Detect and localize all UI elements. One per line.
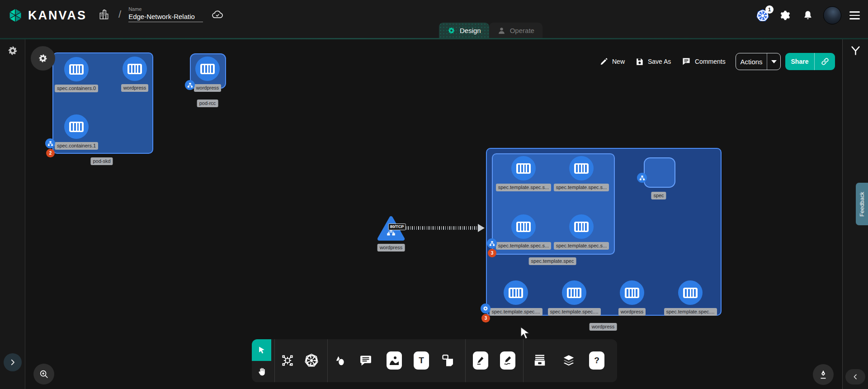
new-button[interactable]: New [599, 53, 625, 70]
layers-tool[interactable] [562, 354, 576, 367]
text-tool[interactable]: T [414, 351, 429, 370]
hierarchy-y-icon[interactable] [849, 44, 862, 57]
settings-gear-icon[interactable] [778, 8, 793, 23]
brand[interactable]: KANVAS [7, 7, 87, 24]
kubernetes-context-icon[interactable]: 1 [755, 8, 770, 23]
container-icon [195, 57, 220, 81]
image-tool[interactable] [387, 351, 402, 370]
organization-icon[interactable] [97, 7, 111, 22]
design-spiral-icon [447, 26, 456, 35]
shapes-tool[interactable] [334, 354, 346, 367]
comment-bubble-icon [359, 354, 373, 367]
group-label-deployment: wordpress [590, 323, 617, 331]
tab-operate[interactable]: Operate [489, 23, 542, 38]
hand-icon [257, 367, 267, 377]
brand-name: KANVAS [28, 9, 87, 23]
relationship-badge[interactable] [45, 138, 55, 148]
kanvas-app: KANVAS / Name [0, 0, 868, 389]
container-node[interactable]: wordpress [598, 280, 666, 316]
container-node[interactable]: wordpress [101, 57, 169, 92]
meshery-badge[interactable] [481, 304, 491, 313]
menu-hamburger-icon[interactable] [849, 11, 860, 19]
actions-dropdown-toggle[interactable] [767, 60, 780, 63]
design-name-block: Name [128, 6, 203, 22]
tab-design-label: Design [460, 27, 481, 34]
cloud-saved-icon [210, 7, 225, 22]
note-tool[interactable] [442, 354, 455, 367]
new-button-label: New [612, 58, 625, 65]
pen-tool[interactable] [473, 351, 488, 370]
kubernetes-context-count: 1 [765, 5, 774, 14]
link-icon [821, 57, 830, 66]
copy-link-button[interactable] [815, 57, 835, 66]
meshery-spiral-icon[interactable] [7, 45, 19, 57]
container-node[interactable]: spec.template.spec.s... [547, 156, 615, 191]
container-node[interactable]: spec.containers.0 [42, 57, 110, 92]
user-avatar[interactable] [823, 6, 841, 24]
question-icon: ? [589, 351, 604, 370]
collapse-right-panel-button[interactable] [845, 369, 865, 384]
node-label: wordpress [194, 84, 222, 92]
node-label: spec.template.spec.... [548, 308, 601, 316]
text-icon: T [414, 351, 429, 370]
edge-service-to-deployment[interactable] [404, 226, 481, 230]
operate-person-icon [497, 26, 506, 35]
help-tool[interactable]: ? [589, 351, 604, 370]
feedback-tab[interactable]: Feedback [856, 183, 868, 225]
bottom-toolbar: T [252, 339, 617, 382]
container-node[interactable]: spec.template.spec.... [482, 280, 550, 316]
container-icon [620, 280, 644, 305]
relationship-badge[interactable] [637, 173, 647, 183]
container-node[interactable]: wordpress [174, 57, 241, 92]
actions-button[interactable]: Actions [736, 53, 781, 70]
save-as-button[interactable]: Save As [635, 53, 671, 70]
pan-tool[interactable] [253, 363, 270, 381]
comments-button[interactable]: Comments [682, 53, 726, 70]
kubernetes-tool[interactable] [304, 353, 319, 368]
sticky-note-icon [442, 354, 455, 367]
freehand-tool[interactable] [500, 351, 515, 370]
edge-arrowhead-icon [478, 224, 485, 232]
design-name-input[interactable] [128, 13, 203, 22]
magnifier-plus-icon [39, 369, 49, 379]
node-label: spec.containers.1 [55, 142, 98, 150]
zoom-button[interactable] [33, 364, 54, 384]
toolbar-divider [274, 339, 275, 382]
container-icon [64, 57, 89, 81]
container-icon [123, 57, 147, 81]
group-label-template: spec.template.spec [529, 257, 576, 265]
container-icon [569, 214, 594, 239]
select-tool[interactable] [252, 339, 271, 361]
chevron-down-icon [771, 60, 777, 63]
toolbar-divider [327, 339, 328, 382]
circuit-icon [281, 354, 294, 367]
node-label-spec: spec [651, 192, 666, 199]
notifications-bell-icon[interactable] [801, 8, 815, 23]
image-icon [387, 351, 402, 370]
kubernetes-helm-icon [304, 353, 319, 368]
component-library-tool[interactable] [281, 354, 294, 367]
node-label: spec.template.spec.s... [496, 184, 552, 191]
container-node[interactable]: spec.template.spec.s... [547, 214, 615, 250]
pencil-scribble-icon [500, 351, 515, 370]
share-button[interactable]: Share [785, 53, 835, 70]
notification-count-badge[interactable]: 3 [488, 249, 496, 257]
notification-count-badge[interactable]: 3 [481, 314, 490, 323]
design-annotation-button[interactable] [813, 364, 834, 385]
relationship-badge[interactable] [185, 80, 195, 90]
toolbar-divider [523, 339, 524, 382]
expand-left-panel-button[interactable] [4, 353, 22, 371]
node-spec[interactable] [644, 157, 675, 188]
comment-tool[interactable] [359, 354, 373, 367]
header: KANVAS / Name [0, 0, 868, 38]
drawer-tool[interactable] [533, 354, 547, 367]
notification-count-badge[interactable]: 2 [46, 149, 55, 157]
mode-tabs: Design Operate [439, 23, 542, 38]
container-icon [569, 156, 594, 180]
container-node[interactable]: spec.template.spec.... [656, 280, 724, 316]
tab-design[interactable]: Design [439, 23, 489, 38]
relationship-badge[interactable] [487, 238, 497, 248]
comments-button-label: Comments [695, 58, 726, 65]
container-icon [64, 114, 89, 139]
container-icon [511, 156, 536, 180]
